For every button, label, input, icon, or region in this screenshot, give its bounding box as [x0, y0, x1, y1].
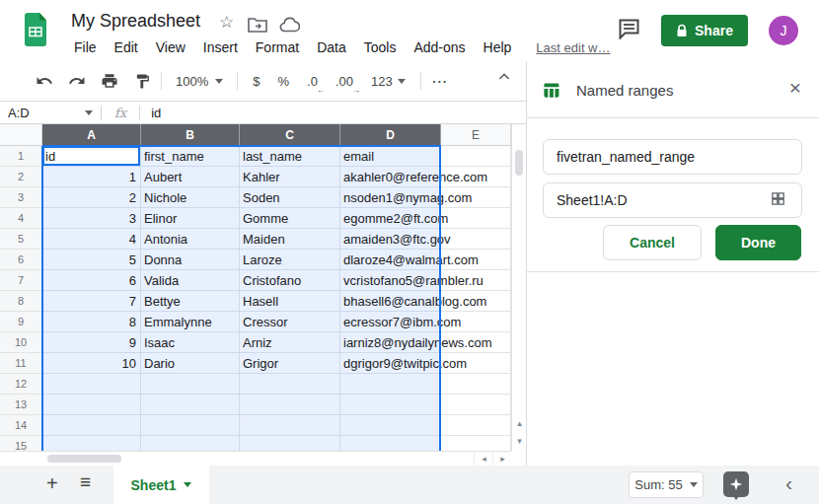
cell-A14[interactable]: [42, 415, 141, 436]
row-header-13[interactable]: 13: [0, 395, 42, 415]
formula-input[interactable]: id: [140, 106, 161, 120]
cell-D4[interactable]: egomme2@ft.com: [340, 208, 441, 229]
cell-D8[interactable]: bhasell6@canalblog.com: [340, 291, 441, 312]
column-header-A[interactable]: A: [42, 124, 141, 146]
row-header-8[interactable]: 8: [0, 291, 42, 312]
menu-data[interactable]: Data: [308, 37, 355, 57]
range-ref-input[interactable]: [543, 182, 802, 218]
menu-format[interactable]: Format: [247, 37, 308, 57]
cell-C8[interactable]: Hasell: [240, 291, 340, 312]
cell-E4[interactable]: [441, 208, 511, 229]
zoom-select[interactable]: 100%: [168, 68, 231, 94]
move-folder-icon[interactable]: [248, 17, 267, 37]
cloud-status-icon[interactable]: [279, 17, 300, 37]
cell-B3[interactable]: Nichole: [141, 187, 240, 208]
cell-B4[interactable]: Elinor: [141, 208, 240, 229]
cell-C3[interactable]: Soden: [240, 187, 340, 208]
cell-A1[interactable]: id: [42, 146, 141, 167]
column-header-D[interactable]: D: [340, 124, 441, 146]
cell-D11[interactable]: dgrigor9@twitpic.com: [340, 353, 441, 374]
cell-C15[interactable]: [240, 436, 340, 451]
cell-C1[interactable]: last_name: [240, 146, 340, 167]
row-header-11[interactable]: 11: [0, 353, 42, 374]
number-format-button[interactable]: 123: [362, 68, 414, 94]
cell-C13[interactable]: [240, 395, 340, 415]
row-header-10[interactable]: 10: [0, 332, 42, 353]
select-data-range-icon[interactable]: [770, 190, 786, 211]
cell-B9[interactable]: Emmalynne: [141, 312, 240, 332]
menu-insert[interactable]: Insert: [194, 37, 247, 57]
star-icon[interactable]: ☆: [219, 12, 234, 33]
menu-help[interactable]: Help: [475, 37, 521, 57]
cell-B14[interactable]: [141, 415, 240, 436]
cell-D7[interactable]: vcristofano5@rambler.ru: [340, 270, 441, 291]
cell-C5[interactable]: Maiden: [240, 229, 340, 250]
print-icon[interactable]: [97, 68, 122, 94]
menu-file[interactable]: File: [65, 37, 106, 57]
cell-B15[interactable]: [141, 436, 240, 451]
row-header-12[interactable]: 12: [0, 374, 42, 395]
document-title[interactable]: My Spreadsheet: [71, 11, 200, 32]
cell-A12[interactable]: [42, 374, 141, 395]
close-icon[interactable]: ×: [789, 77, 801, 98]
scroll-right-icon[interactable]: ▸: [492, 452, 512, 466]
cell-A6[interactable]: 5: [42, 250, 141, 270]
cell-D6[interactable]: dlaroze4@walmart.com: [340, 250, 441, 270]
cell-E1[interactable]: [441, 146, 511, 167]
cell-E14[interactable]: [441, 415, 511, 436]
collapse-statusbar-icon[interactable]: ‹: [785, 471, 792, 495]
scroll-down-icon[interactable]: ▾: [512, 434, 527, 448]
collapse-toolbar-icon[interactable]: [496, 69, 512, 89]
cell-C7[interactable]: Cristofano: [240, 270, 340, 291]
horizontal-scrollbar[interactable]: ◂ ▸: [0, 451, 511, 466]
row-header-14[interactable]: 14: [0, 415, 42, 436]
vertical-scrollbar[interactable]: ▴ ▾: [511, 124, 526, 451]
row-header-4[interactable]: 4: [0, 208, 42, 229]
sheets-logo-icon[interactable]: [24, 13, 47, 50]
cell-D1[interactable]: email: [340, 146, 441, 167]
cell-A5[interactable]: 4: [42, 229, 141, 250]
more-toolbar-icon[interactable]: ⋯: [427, 68, 453, 94]
row-header-3[interactable]: 3: [0, 187, 42, 208]
row-header-5[interactable]: 5: [0, 229, 42, 250]
range-name-input[interactable]: [543, 139, 802, 175]
menu-addons[interactable]: Add-ons: [405, 37, 474, 57]
cell-C4[interactable]: Gomme: [240, 208, 340, 229]
avatar[interactable]: J: [769, 16, 798, 45]
format-currency-button[interactable]: $: [244, 68, 268, 94]
last-edit-link[interactable]: Last edit w…: [536, 40, 610, 55]
cell-A3[interactable]: 2: [42, 187, 141, 208]
cell-B10[interactable]: Isaac: [141, 332, 240, 353]
cell-D2[interactable]: akahler0@reference.com: [340, 167, 441, 187]
explore-button[interactable]: [723, 471, 749, 497]
vertical-scrollbar-thumb[interactable]: [515, 150, 523, 176]
cell-B12[interactable]: [141, 374, 240, 395]
horizontal-scrollbar-thumb[interactable]: [47, 455, 121, 463]
format-percent-button[interactable]: %: [268, 68, 298, 94]
cell-E15[interactable]: [441, 436, 511, 451]
paint-format-icon[interactable]: [129, 68, 155, 94]
cell-A13[interactable]: [42, 395, 141, 415]
row-header-9[interactable]: 9: [0, 312, 42, 332]
done-button[interactable]: Done: [715, 225, 801, 260]
cell-C14[interactable]: [240, 415, 340, 436]
menu-tools[interactable]: Tools: [355, 37, 406, 57]
cell-A9[interactable]: 8: [42, 312, 141, 332]
cell-B1[interactable]: first_name: [141, 146, 240, 167]
cell-D15[interactable]: [340, 436, 441, 451]
cell-A11[interactable]: 10: [42, 353, 141, 374]
share-button[interactable]: Share: [661, 15, 748, 46]
cell-B6[interactable]: Donna: [141, 250, 240, 270]
menu-view[interactable]: View: [147, 37, 194, 57]
comment-history-icon[interactable]: [618, 18, 641, 43]
cell-A4[interactable]: 3: [42, 208, 141, 229]
cell-C6[interactable]: Laroze: [240, 250, 340, 270]
row-header-15[interactable]: 15: [0, 436, 42, 451]
row-header-1[interactable]: 1: [0, 146, 42, 167]
cell-B7[interactable]: Valida: [141, 270, 240, 291]
cell-D13[interactable]: [340, 395, 441, 415]
redo-icon[interactable]: [64, 68, 90, 94]
cancel-button[interactable]: Cancel: [603, 225, 702, 260]
undo-icon[interactable]: [32, 68, 57, 94]
cell-D3[interactable]: nsoden1@nymag.com: [340, 187, 441, 208]
